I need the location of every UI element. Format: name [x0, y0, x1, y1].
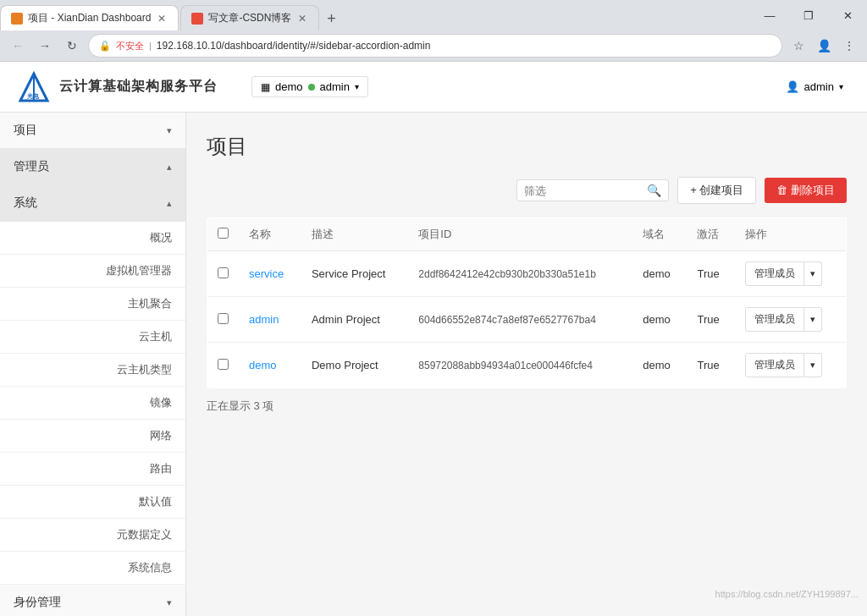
minimize-button[interactable]: — — [750, 0, 789, 30]
sidebar-section-system: 系统 ▴ 概况 虚拟机管理器 主机聚合 云主机 云主机类型 — [0, 185, 185, 585]
tab-2-favicon — [191, 13, 203, 25]
project-name-link[interactable]: admin — [249, 313, 279, 326]
action-dropdown-button[interactable]: ▾ — [804, 307, 822, 332]
profile-icon[interactable]: 👤 — [813, 35, 835, 57]
menu-icon[interactable]: ⋮ — [838, 35, 860, 57]
sidebar-item-metadata[interactable]: 元数据定义 — [0, 519, 185, 552]
project-selector[interactable]: ▦ demo admin ▾ — [251, 76, 368, 97]
manage-members-button[interactable]: 管理成员 — [745, 307, 804, 332]
count-text: 正在显示 3 项 — [207, 399, 847, 414]
logo-area: 光电 云计算基础架构服务平台 — [17, 70, 218, 104]
row-description: Service Project — [301, 251, 408, 297]
filter-search-icon[interactable]: 🔍 — [647, 184, 661, 197]
admin-user-icon: 👤 — [786, 80, 799, 93]
forward-button[interactable]: → — [34, 35, 56, 57]
tab-2-close[interactable]: ✕ — [296, 11, 308, 26]
maximize-button[interactable]: ❐ — [789, 0, 828, 30]
row-project-id: 85972088abb94934a01ce000446fcfe4 — [408, 343, 632, 388]
row-checkbox[interactable] — [218, 359, 229, 370]
tab-1-title: 项目 - XianDian Dashboard — [28, 11, 151, 25]
row-checkbox[interactable] — [218, 313, 229, 324]
manage-members-button[interactable]: 管理成员 — [745, 353, 804, 377]
row-checkbox-cell — [207, 343, 240, 388]
sidebar-item-cloud-host-type[interactable]: 云主机类型 — [0, 354, 185, 387]
select-all-checkbox[interactable] — [218, 228, 229, 239]
url-text: 192.168.10.10/dashboard/identity/#/sideb… — [157, 40, 771, 52]
create-project-button[interactable]: + 创建项目 — [677, 177, 756, 204]
filter-input-wrapper[interactable]: 🔍 — [516, 179, 669, 201]
svg-text:光电: 光电 — [26, 92, 40, 99]
project-label: demo — [275, 80, 303, 93]
sidebar-item-label-network: 网络 — [150, 429, 172, 442]
tab-1[interactable]: 项目 - XianDian Dashboard ✕ — [0, 5, 179, 30]
action-dropdown-button[interactable]: ▾ — [804, 261, 822, 286]
admin-menu-button[interactable]: 👤 admin ▾ — [779, 77, 850, 96]
sidebar-item-default[interactable]: 默认值 — [0, 486, 185, 519]
sidebar-item-vm-manage[interactable]: 虚拟机管理器 — [0, 255, 185, 288]
row-active: True — [687, 297, 735, 343]
sidebar-item-label-route: 路由 — [150, 462, 172, 475]
sidebar-item-sysinfo[interactable]: 系统信息 — [0, 552, 185, 585]
row-description: Demo Project — [301, 343, 408, 388]
row-project-id: 604d66552e874c7a8ef87e6527767ba4 — [408, 297, 632, 343]
tab-1-close[interactable]: ✕ — [156, 11, 168, 26]
sidebar-section-project: 项目 ▾ — [0, 113, 185, 149]
sidebar-header-project[interactable]: 项目 ▾ — [0, 113, 185, 149]
sidebar-header-system[interactable]: 系统 ▴ — [0, 185, 185, 222]
row-domain: demo — [632, 343, 687, 388]
row-active: True — [687, 251, 735, 297]
manage-members-button[interactable]: 管理成员 — [745, 261, 804, 286]
sidebar-item-host-agg[interactable]: 主机聚合 — [0, 288, 185, 321]
tab-2-title: 写文章-CSDN博客 — [208, 11, 291, 25]
row-checkbox[interactable] — [218, 267, 229, 278]
back-button[interactable]: ← — [7, 35, 29, 57]
sidebar-chevron-admin: ▴ — [167, 162, 172, 173]
action-group: 管理成员 ▾ — [745, 261, 836, 286]
sidebar-item-route[interactable]: 路由 — [0, 453, 185, 486]
filter-input[interactable] — [524, 184, 642, 197]
action-dropdown-button[interactable]: ▾ — [804, 353, 822, 377]
table-row: admin Admin Project 604d66552e874c7a8ef8… — [207, 297, 847, 343]
logo-text: 云计算基础架构服务平台 — [59, 78, 218, 96]
sidebar-item-network[interactable]: 网络 — [0, 420, 185, 453]
sidebar-label-identity: 身份管理 — [14, 595, 61, 610]
sidebar-item-cloud-host[interactable]: 云主机 — [0, 321, 185, 354]
delete-project-button[interactable]: 🗑 删除项目 — [765, 178, 847, 203]
row-name: demo — [239, 343, 301, 388]
row-name: admin — [239, 297, 301, 343]
tab-2[interactable]: 写文章-CSDN博客 ✕ — [180, 5, 319, 30]
bookmark-icon[interactable]: ☆ — [787, 35, 809, 57]
sidebar-chevron-identity: ▾ — [167, 597, 172, 608]
close-button[interactable]: ✕ — [828, 0, 867, 30]
sidebar-label-project: 项目 — [14, 123, 37, 138]
project-name-link[interactable]: service — [249, 267, 284, 280]
row-description: Admin Project — [301, 297, 408, 343]
reload-button[interactable]: ↻ — [61, 35, 83, 57]
admin-label: admin — [804, 80, 834, 93]
sidebar-item-label-image: 镜像 — [150, 396, 172, 409]
table-header-active: 激活 — [687, 218, 735, 251]
sidebar-header-identity[interactable]: 身份管理 ▾ — [0, 585, 185, 616]
sidebar: 项目 ▾ 管理员 ▴ 系统 ▴ 概况 — [0, 113, 186, 616]
row-action: 管理成员 ▾ — [735, 343, 846, 388]
sidebar-item-image[interactable]: 镜像 — [0, 387, 185, 420]
app-header: 光电 云计算基础架构服务平台 ▦ demo admin ▾ 👤 admin ▾ — [0, 62, 867, 113]
sidebar-item-overview[interactable]: 概况 — [0, 222, 185, 255]
table-header-description: 描述 — [301, 218, 408, 251]
table-header-checkbox — [207, 218, 240, 251]
row-action: 管理成员 ▾ — [735, 251, 846, 297]
sidebar-item-label-host-agg: 主机聚合 — [128, 297, 172, 310]
sidebar-item-label-cloud-host-type: 云主机类型 — [117, 363, 172, 376]
action-group: 管理成员 ▾ — [745, 307, 836, 332]
row-action: 管理成员 ▾ — [735, 297, 846, 343]
admin-chevron: ▾ — [839, 82, 843, 91]
project-name-link[interactable]: demo — [249, 359, 277, 371]
sidebar-item-label-vm-manage: 虚拟机管理器 — [106, 264, 172, 277]
sidebar-header-admin[interactable]: 管理员 ▴ — [0, 149, 185, 185]
url-bar[interactable]: 🔓 不安全 | 192.168.10.10/dashboard/identity… — [88, 34, 782, 58]
table-header-domain: 域名 — [632, 218, 687, 251]
new-tab-button[interactable]: + — [319, 7, 343, 30]
table-header-action: 操作 — [735, 218, 846, 251]
url-separator: | — [149, 41, 152, 51]
sidebar-section-identity: 身份管理 ▾ — [0, 585, 185, 616]
